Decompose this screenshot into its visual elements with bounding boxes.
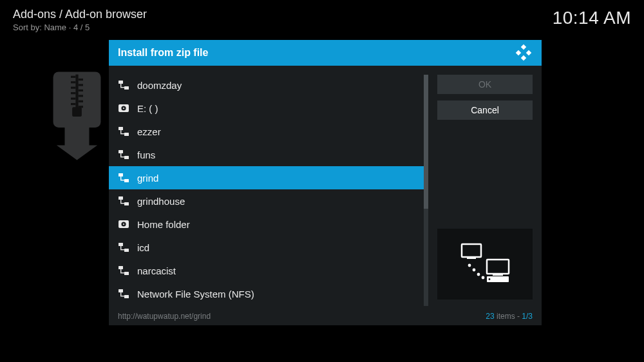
svg-point-63 [468,264,471,267]
network-share-icon [118,289,129,298]
svg-point-62 [489,278,491,280]
svg-rect-20 [124,86,129,90]
kodi-logo-icon [515,44,533,62]
sort-indicator: Sort by: Name · 4 / 5 [13,23,147,32]
svg-rect-6 [71,87,75,89]
svg-rect-56 [120,296,125,296]
svg-point-44 [123,224,124,225]
svg-rect-18 [521,55,526,61]
network-share-icon [118,150,129,159]
svg-rect-27 [124,133,129,136]
file-item[interactable]: icd [109,236,424,259]
network-share-icon [118,243,129,252]
svg-rect-57 [462,244,481,257]
svg-rect-8 [71,92,75,94]
scrollbar-thumb[interactable] [424,75,428,209]
network-share-icon [118,81,129,90]
svg-rect-39 [124,202,129,205]
dialog-title: Install from zip file [118,47,208,59]
file-item[interactable]: Network File System (NFS) [109,282,424,305]
svg-rect-16 [516,50,521,55]
file-item[interactable]: Home folder [109,213,424,236]
svg-rect-46 [124,249,129,252]
svg-rect-34 [118,173,123,176]
file-item[interactable]: doomzday [109,73,424,97]
svg-rect-9 [79,95,83,97]
file-item[interactable]: narcacist [109,259,424,282]
svg-rect-3 [79,79,83,81]
ok-button[interactable]: OK [437,75,533,94]
svg-rect-15 [521,44,526,50]
svg-point-64 [473,269,476,272]
file-browser-list[interactable]: doomzdayE: ( )ezzerfunsgrindgrindhouseHo… [109,73,424,307]
svg-rect-12 [71,103,75,105]
scrollbar[interactable] [424,75,428,306]
file-item-label: narcacist [137,265,176,276]
svg-rect-45 [118,243,123,246]
svg-point-25 [123,108,124,109]
network-share-icon [118,173,129,182]
file-item-label: icd [137,242,149,253]
zip-install-bg-icon [46,71,108,161]
network-share-icon [118,266,129,275]
item-count: 23 items - 1/3 [486,312,533,321]
install-zip-dialog: Install from zip file doomzdayE: ( )ezze… [109,40,542,325]
svg-rect-4 [71,81,75,83]
dialog-title-bar: Install from zip file [109,40,542,66]
svg-rect-53 [118,289,123,292]
svg-rect-58 [467,257,476,259]
svg-point-65 [477,273,480,276]
breadcrumb: Add-ons / Add-on browser [13,8,147,21]
svg-rect-59 [487,260,509,274]
svg-rect-2 [71,76,75,78]
svg-rect-29 [120,133,125,134]
dialog-shadow [109,325,542,345]
clock: 10:14 AM [553,8,631,28]
file-item[interactable]: funs [109,143,424,166]
file-item-label: Home folder [137,219,190,230]
svg-rect-52 [120,272,125,273]
cancel-button[interactable]: Cancel [437,100,533,120]
file-item[interactable]: grind [109,166,424,189]
svg-rect-48 [120,249,125,250]
file-item[interactable]: ezzer [109,120,424,143]
disk-icon [118,220,129,229]
svg-rect-41 [120,203,125,204]
svg-rect-17 [526,50,531,55]
svg-rect-7 [79,90,83,91]
file-item-label: E: ( ) [137,103,158,114]
source-preview [437,229,533,300]
network-share-icon [118,127,129,136]
svg-rect-35 [124,179,129,182]
network-share-icon [118,196,129,205]
svg-rect-14 [72,107,82,117]
svg-rect-11 [79,100,83,102]
disk-icon [118,104,129,113]
file-item[interactable]: grindhouse [109,189,424,213]
file-item-label: funs [137,149,155,160]
svg-rect-37 [120,180,125,180]
file-item-label: grindhouse [137,196,185,207]
svg-rect-19 [118,81,123,84]
svg-rect-38 [118,196,123,200]
current-path: http://watupwatup.net/grind [118,312,211,321]
svg-rect-33 [120,157,125,157]
svg-rect-5 [79,84,83,86]
svg-rect-22 [120,87,125,88]
svg-rect-31 [124,156,129,159]
file-item-label: grind [137,173,158,184]
svg-rect-49 [118,266,123,269]
svg-rect-50 [124,272,129,275]
file-item-label: doomzday [137,80,182,91]
dialog-footer: http://watupwatup.net/grind 23 items - 1… [109,307,542,325]
svg-rect-54 [124,295,129,298]
svg-rect-26 [118,127,123,130]
file-item[interactable]: E: ( ) [109,97,424,120]
file-item-label: Network File System (NFS) [137,289,254,300]
file-item-label: ezzer [137,126,161,137]
svg-rect-60 [493,274,503,276]
svg-rect-10 [71,98,75,100]
svg-rect-30 [118,150,123,153]
svg-point-66 [482,276,485,280]
